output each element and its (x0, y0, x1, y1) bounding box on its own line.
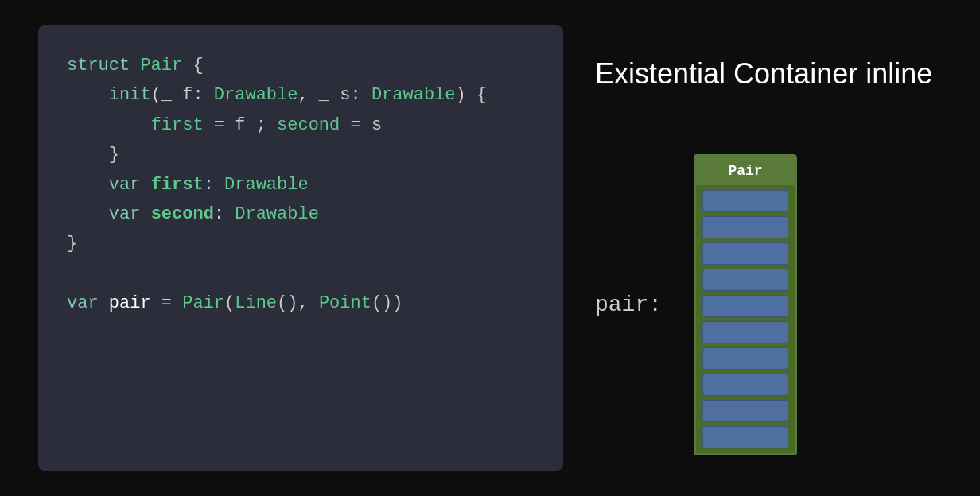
container-slots (696, 185, 795, 453)
slot-9 (702, 400, 788, 422)
code-line-7: } (67, 229, 535, 258)
slot-1 (702, 190, 788, 212)
code-panel: struct Pair { init(_ f: Drawable, _ s: D… (38, 25, 563, 471)
slot-7 (702, 347, 788, 370)
pair-label: pair: (595, 293, 662, 317)
code-block: struct Pair { init(_ f: Drawable, _ s: D… (67, 51, 535, 319)
code-line-6: var second: Drawable (67, 200, 535, 229)
code-line-5: var first: Drawable (67, 170, 535, 200)
slot-2 (702, 216, 788, 238)
code-line-8 (67, 259, 535, 289)
code-line-1: struct Pair { (67, 51, 535, 80)
container-header: Pair (696, 157, 795, 185)
code-line-9: var pair = Pair(Line(), Point()) (67, 289, 535, 318)
slot-6 (702, 321, 788, 343)
slot-5 (702, 295, 788, 317)
code-line-2: init(_ f: Drawable, _ s: Drawable) { (67, 80, 535, 110)
slot-4 (702, 269, 788, 291)
existential-container: Pair (694, 154, 797, 455)
slot-10 (702, 426, 788, 448)
right-panel: Existential Container inline pair: Pair (563, 25, 980, 471)
slot-8 (702, 374, 788, 396)
code-line-3: first = f ; second = s (67, 110, 535, 140)
panel-title: Existential Container inline (595, 57, 932, 91)
slot-3 (702, 242, 788, 265)
code-line-4: } (67, 140, 535, 169)
diagram-area: pair: Pair (595, 154, 797, 455)
